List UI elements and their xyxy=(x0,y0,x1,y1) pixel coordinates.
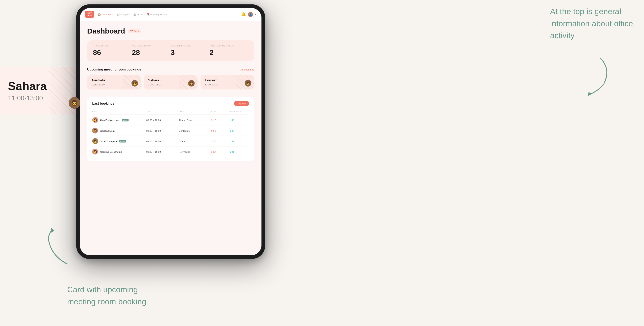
stat-label-desks: AVAILABLE DESKS xyxy=(132,45,171,47)
stat-value-meeting-rooms: 2 xyxy=(210,49,248,57)
row-name: Alina Pavlyuchenko xyxy=(100,119,120,121)
row-room: Dictys xyxy=(179,140,211,142)
meeting-card-sahara[interactable]: Sahara 11:00–13:00 🧔 xyxy=(144,75,198,90)
row-time: 09:00 – 18:00 xyxy=(146,119,179,121)
avatar: 🧔 xyxy=(92,128,98,134)
row-place: 12 B xyxy=(211,140,230,142)
row-name: Kateryna Doroshenko xyxy=(100,150,122,153)
annotation-bottom-left: Card with upcomingmeeting room booking xyxy=(67,283,146,308)
row-name-cell: 🧔 Bohdan Husak xyxy=(92,128,146,134)
card-australia-name: Australia xyxy=(92,79,136,82)
card-everest-name: Everest xyxy=(205,79,250,82)
card-sahara-name: Sahara xyxy=(148,79,193,82)
sahara-card-avatar: 🧔 xyxy=(68,97,80,109)
chevron-down-icon: ▾ xyxy=(255,13,256,16)
annotation-top-right: At the top is general information about … xyxy=(550,6,633,41)
table-header: NAME TIME ROOM PLACE PARKING # xyxy=(92,110,249,115)
stat-label-meeting-rooms: FREE MEETING ROOMS xyxy=(210,45,248,47)
row-room: Perimedes xyxy=(179,150,211,153)
row-parking: 201 xyxy=(230,150,249,153)
avatar: 👨 xyxy=(92,138,98,144)
meeting-cards-row: Australia 10:30–11:30 😎 Sahara 11:00–13:… xyxy=(87,75,254,90)
nav-item-dashboard[interactable]: 🏠Dashboard xyxy=(98,13,113,16)
table-row[interactable]: 👩 Alina Pavlyuchenko Admin 09:00 – 18:00… xyxy=(92,115,249,125)
avatar: 👩 xyxy=(92,149,98,155)
view-all-button[interactable]: View All xyxy=(234,101,249,106)
stat-value-desks: 28 xyxy=(132,49,171,57)
meeting-card-everest[interactable]: Everest 12:00–12:30 👨 xyxy=(200,75,254,90)
bell-icon[interactable]: 🔔 xyxy=(241,12,246,17)
row-time: 09:00 – 18:00 xyxy=(146,140,179,142)
row-place: 21 D xyxy=(211,119,230,121)
last-bookings-title: Last bookings xyxy=(92,102,114,105)
table-row[interactable]: 👩 Kateryna Doroshenko 09:00 – 18:00 Peri… xyxy=(92,147,249,157)
admin-badge: Admin xyxy=(119,140,126,142)
row-time: 09:00 – 18:00 xyxy=(146,150,179,153)
card-sahara-time: 11:00–13:00 xyxy=(148,83,193,86)
table-row[interactable]: 🧔 Bohdan Husak 09:00 – 18:00 Centaurus 6… xyxy=(92,125,249,136)
col-header-place: PLACE xyxy=(211,110,230,113)
row-parking: 187 xyxy=(230,140,249,142)
all-bookings-link[interactable]: All bookings xyxy=(240,68,254,71)
stat-value-in-office: 86 xyxy=(93,49,132,57)
admin-badge: Admin xyxy=(122,119,128,121)
nav-item-booking-history[interactable]: 📅Booking History xyxy=(147,13,167,16)
logo: HOTDESK xyxy=(85,11,94,18)
row-name-cell: 👩 Alina Pavlyuchenko Admin xyxy=(92,117,146,123)
tablet-frame: HOTDESK 🏠Dashboard 📊Analytics 🏢Office 📅B… xyxy=(76,5,265,259)
svg-marker-0 xyxy=(588,92,592,96)
svg-marker-1 xyxy=(51,228,54,233)
card-australia-time: 10:30–11:30 xyxy=(92,83,136,86)
nav-item-office[interactable]: 🏢Office xyxy=(133,13,143,16)
last-bookings-section: Last bookings View All NAME TIME ROOM PL… xyxy=(87,97,254,161)
row-parking: 237 xyxy=(230,129,249,132)
row-name-cell: 👨 Oscar Thompson Admin xyxy=(92,138,146,144)
col-header-parking: PARKING # xyxy=(230,110,249,113)
row-time: 09:00 – 18:00 xyxy=(146,129,179,132)
table-row[interactable]: 👨 Oscar Thompson Admin 09:00 – 18:00 Dic… xyxy=(92,136,249,147)
row-place: 34 A xyxy=(211,150,230,153)
row-name-cell: 👩 Kateryna Doroshenko xyxy=(92,149,146,155)
row-parking: 146 xyxy=(230,119,249,121)
stat-value-parking: 3 xyxy=(171,49,210,57)
nav-item-analytics[interactable]: 📊Analytics xyxy=(116,13,130,16)
sahara-card-time: 11:00-13:00 xyxy=(8,95,78,102)
col-header-room: ROOM xyxy=(179,110,211,113)
nav-bar: HOTDESK 🏠Dashboard 📊Analytics 🏢Office 📅B… xyxy=(80,8,262,21)
stat-desks: AVAILABLE DESKS 28 xyxy=(132,45,171,57)
sahara-card-title: Sahara xyxy=(8,80,78,93)
col-header-time: TIME xyxy=(146,110,179,113)
row-place: 62 B xyxy=(211,129,230,132)
card-everest-time: 12:00–12:30 xyxy=(205,83,250,86)
stat-parking: AVAIABLE PARKING 3 xyxy=(171,45,210,57)
dashboard-header: Dashboard 📅 Today xyxy=(87,27,254,35)
row-room: Centaurus xyxy=(179,129,211,132)
user-avatar-nav[interactable]: 👤 xyxy=(248,12,253,17)
col-header-name: NAME xyxy=(92,110,146,113)
last-bookings-header: Last bookings View All xyxy=(92,101,249,106)
upcoming-section-title: Upcoming meeting room bookings xyxy=(87,68,141,71)
meeting-card-australia[interactable]: Australia 10:30–11:30 😎 xyxy=(87,75,141,90)
upcoming-section-header: Upcoming meeting room bookings All booki… xyxy=(87,68,254,71)
page-title: Dashboard xyxy=(87,27,125,35)
stats-row: IN THE OFFICE 86 AVAILABLE DESKS 28 AVAI… xyxy=(87,40,254,61)
stat-meeting-rooms: FREE MEETING ROOMS 2 xyxy=(210,45,248,57)
row-name: Bohdan Husak xyxy=(100,129,115,132)
tablet-screen: HOTDESK 🏠Dashboard 📊Analytics 🏢Office 📅B… xyxy=(80,8,262,255)
stat-label-parking: AVAIABLE PARKING xyxy=(171,45,210,47)
stat-label-in-office: IN THE OFFICE xyxy=(93,45,132,47)
avatar: 👩 xyxy=(92,117,98,123)
arrow-top-right xyxy=(571,55,615,98)
row-room: Alpana Diem xyxy=(179,119,211,121)
nav-right: 🔔 👤 ▾ xyxy=(241,12,256,17)
stat-in-office: IN THE OFFICE 86 xyxy=(93,45,132,57)
sahara-floating-card: Sahara 11:00-13:00 🧔 xyxy=(0,67,85,115)
today-badge: 📅 Today xyxy=(128,29,142,33)
nav-items: 🏠Dashboard 📊Analytics 🏢Office 📅Booking H… xyxy=(98,13,238,16)
row-name: Oscar Thompson xyxy=(100,140,118,142)
main-content: Dashboard 📅 Today IN THE OFFICE 86 AVAIL… xyxy=(80,21,262,255)
